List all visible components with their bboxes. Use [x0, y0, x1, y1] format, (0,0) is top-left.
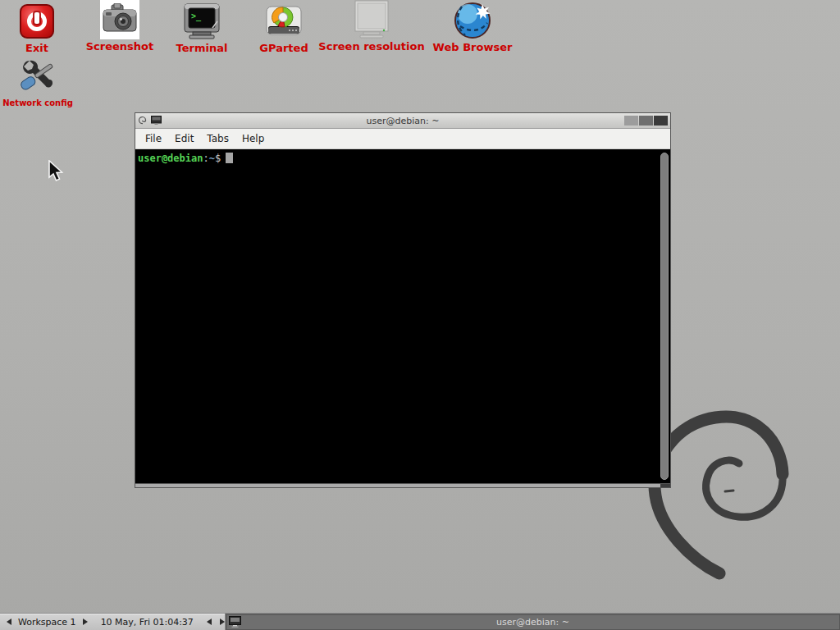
desktop-icon-label: Network config: [2, 98, 73, 109]
close-button[interactable]: [654, 116, 668, 126]
desktop-icon-label: Exit: [25, 43, 48, 54]
tools-icon: [18, 57, 57, 96]
camera-icon: [100, 0, 139, 39]
workspace-prev-arrow[interactable]: [7, 619, 11, 625]
pager-next-arrow[interactable]: [220, 619, 225, 625]
terminal-cursor: [226, 153, 233, 163]
desktop-icon-label: Web Browser: [433, 42, 513, 53]
task-button-title: user@debian: ~: [226, 614, 839, 630]
terminal-window: user@debian: ~ File Edit Tabs Help user@…: [135, 112, 671, 488]
resize-grip[interactable]: [660, 484, 670, 487]
window-menu-swirl-icon[interactable]: [138, 116, 148, 126]
desktop-icon-web-browser[interactable]: Web Browser: [415, 1, 530, 53]
taskbar: Workspace 1 10 May, Fri 01:04:37 user@de…: [0, 613, 840, 630]
crt-terminal-icon: >_: [182, 2, 221, 41]
prompt-separator: :: [203, 153, 208, 164]
crt-glyph: >_: [191, 11, 202, 21]
terminal-screen[interactable]: user@debian:~$: [135, 149, 670, 483]
menu-help[interactable]: Help: [235, 129, 271, 148]
taskbar-left-panel: Workspace 1 10 May, Fri 01:04:37: [0, 614, 226, 630]
workspace-next-arrow[interactable]: [83, 619, 88, 625]
window-bottom-edge[interactable]: [135, 483, 670, 487]
desktop-icon-label: Terminal: [176, 43, 228, 54]
desktop-icon-network-config[interactable]: Network config: [0, 57, 75, 109]
prompt-symbol: $: [215, 153, 221, 164]
menu-file[interactable]: File: [139, 129, 168, 148]
desktop-icon-label: GParted: [259, 43, 308, 54]
pager-prev-arrow[interactable]: [207, 619, 212, 625]
monitor-icon: [352, 0, 391, 39]
desktop-icon-exit[interactable]: Exit: [7, 2, 66, 54]
window-app-icon: [151, 116, 162, 126]
taskbar-task-terminal[interactable]: user@debian: ~: [226, 614, 840, 630]
desktop-icon-label: Screen resolution: [318, 41, 424, 52]
maximize-button[interactable]: [639, 116, 653, 126]
menu-tabs[interactable]: Tabs: [200, 129, 235, 148]
prompt-path: ~: [209, 153, 215, 164]
window-titlebar[interactable]: user@debian: ~: [135, 113, 670, 129]
taskbar-clock: 10 May, Fri 01:04:37: [101, 617, 194, 628]
mouse-cursor: [48, 160, 66, 186]
workspace-label[interactable]: Workspace 1: [18, 617, 76, 628]
terminal-menubar: File Edit Tabs Help: [135, 129, 670, 149]
menu-edit[interactable]: Edit: [168, 129, 200, 148]
desktop-icon-screen-resolution[interactable]: Screen resolution: [314, 0, 429, 52]
minimize-button[interactable]: [624, 116, 638, 126]
globe-icon: [453, 1, 492, 40]
desktop-icon-label: Screenshot: [86, 41, 154, 52]
task-monitor-icon: [229, 616, 241, 628]
power-icon: [17, 2, 57, 41]
terminal-scrollbar[interactable]: [660, 153, 669, 480]
shell-prompt: user@debian:~$: [138, 153, 668, 164]
prompt-user-host: user@debian: [138, 153, 203, 164]
window-title: user@debian: ~: [135, 113, 670, 129]
disk-partition-icon: [264, 2, 304, 41]
